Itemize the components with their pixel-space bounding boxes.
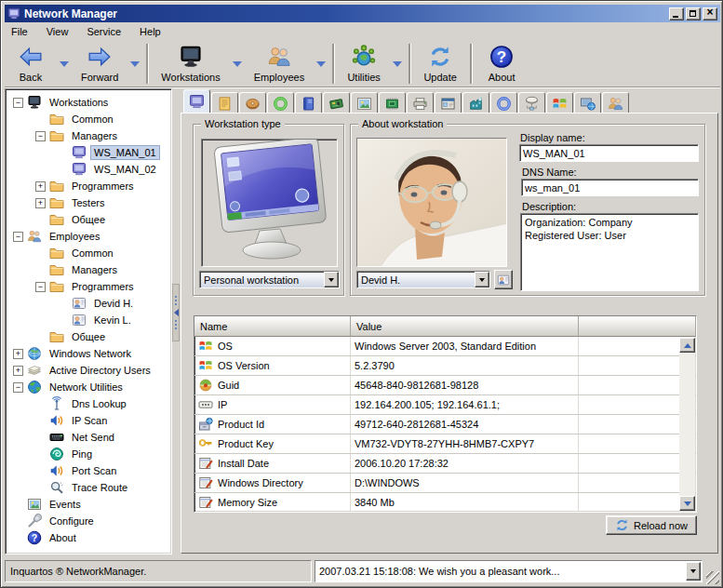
tree-item-workstations[interactable]: −Workstations <box>6 94 171 111</box>
tree-item-devid-h-[interactable]: Devid H. <box>6 295 171 312</box>
tab-ring-blue[interactable] <box>490 92 517 114</box>
collapse-box-icon[interactable]: − <box>13 98 23 108</box>
employee-combo-arrow[interactable] <box>475 272 489 287</box>
employee-combo[interactable]: Devid H. <box>356 271 490 288</box>
tree-item-net-send[interactable]: Net Send <box>6 429 171 446</box>
table-row-install-date[interactable]: Install Date2006.10.20 17:28:32 <box>194 454 696 474</box>
tab-workstation[interactable] <box>183 89 210 114</box>
tree-item-kevin-l-[interactable]: Kevin L. <box>6 312 171 328</box>
table-header-extra[interactable] <box>579 316 696 337</box>
toolbar-back-dropdown[interactable] <box>57 41 72 87</box>
tree-item-dns-lookup[interactable]: Dns Lookup <box>6 395 171 412</box>
table-row-os[interactable]: OSWindows Server 2003, Standard Edition <box>194 337 696 356</box>
table-row-product-key[interactable]: Product KeyVM732-VDYT8-27YHH-8HMB7-CXPY7 <box>194 434 696 454</box>
toolbar-workstations-button[interactable]: Workstations <box>152 41 229 87</box>
tree-item-ping[interactable]: Ping <box>6 446 171 462</box>
dns-name-input[interactable] <box>521 179 699 196</box>
toolbar-forward-dropdown[interactable] <box>127 41 142 87</box>
maximize-button[interactable] <box>686 7 701 20</box>
collapse-box-icon[interactable]: − <box>35 282 46 292</box>
toolbar-utilities-dropdown[interactable] <box>390 41 405 87</box>
tab-ring-green[interactable] <box>267 92 294 114</box>
display-name-input[interactable] <box>519 144 699 162</box>
tree-item-ip-scan[interactable]: IP Scan <box>6 412 171 429</box>
tab-people[interactable] <box>602 92 629 114</box>
toolbar-forward-button[interactable]: Forward <box>72 41 127 87</box>
table-header-value[interactable]: Value <box>351 316 579 337</box>
tree-item-employees[interactable]: −Employees <box>6 228 171 245</box>
tab-bluebook[interactable] <box>295 92 322 114</box>
table-row-os-version[interactable]: OS Version5.2.3790 <box>194 356 696 376</box>
workstation-type-combo-arrow[interactable] <box>324 272 339 287</box>
tab-disk[interactable] <box>239 92 266 114</box>
tree-item-общее[interactable]: Общее <box>6 211 171 228</box>
status-message-combo[interactable]: 2007.03.21 15:18:08: We wish you a pleas… <box>315 560 703 582</box>
expand-box-icon[interactable]: + <box>13 366 23 376</box>
menu-view[interactable]: View <box>37 24 78 39</box>
tree-item-managers[interactable]: −Managers <box>6 127 171 144</box>
collapse-box-icon[interactable]: − <box>13 382 23 393</box>
tree-item-network-utilities[interactable]: −Network Utilities <box>6 379 171 395</box>
tree-item-active-directory-users[interactable]: +Active Directory Users <box>6 362 171 379</box>
toolbar-employees-button[interactable]: Employees <box>245 41 314 87</box>
workstation-type-combo[interactable]: Personal workstation <box>199 271 340 288</box>
tree-item-ws-man-02[interactable]: WS_MAN_02 <box>6 161 171 178</box>
close-button[interactable] <box>703 7 717 20</box>
table-row-product-id[interactable]: Product Id49712-640-2812681-45324 <box>194 415 696 434</box>
tree-item-common[interactable]: Common <box>6 245 171 261</box>
employee-details-button[interactable] <box>494 270 513 289</box>
toolbar-employees-dropdown[interactable] <box>314 41 328 87</box>
tree-item-programmers[interactable]: −Programmers <box>6 278 171 295</box>
tree-item-programmers[interactable]: +Programmers <box>6 178 171 194</box>
menu-service[interactable]: Service <box>77 24 130 39</box>
tree-item-port-scan[interactable]: Port Scan <box>6 462 171 479</box>
menu-help[interactable]: Help <box>130 24 170 39</box>
splitter-collapse-handle[interactable] <box>172 284 180 341</box>
collapse-box-icon[interactable]: − <box>13 232 23 242</box>
tree-item-ws-man-01[interactable]: WS_MAN_01 <box>6 144 171 161</box>
tree-item-trace-route[interactable]: Trace Route <box>6 479 171 496</box>
expand-box-icon[interactable]: + <box>13 349 23 359</box>
tab-appwin[interactable] <box>435 92 462 114</box>
toolbar-about-button[interactable]: ?About <box>475 41 528 87</box>
reload-now-button[interactable]: Reload now <box>606 515 697 535</box>
table-row-memory-size[interactable]: Memory Size3840 Mb <box>194 493 696 513</box>
tab-share[interactable] <box>518 92 545 114</box>
tree-item-configure[interactable]: Configure <box>6 513 171 529</box>
tree-item-events[interactable]: Events <box>6 496 171 513</box>
tree-item-общее[interactable]: Общее <box>6 328 171 345</box>
expand-box-icon[interactable]: + <box>35 198 46 208</box>
status-message-dropdown[interactable] <box>686 562 701 581</box>
tab-building[interactable] <box>462 92 489 114</box>
minimize-button[interactable] <box>669 7 684 20</box>
scroll-down-button[interactable] <box>679 496 695 511</box>
tree-item-windows-network[interactable]: +Windows Network <box>6 345 171 362</box>
tree-item-managers[interactable]: Managers <box>6 261 171 278</box>
scroll-up-button[interactable] <box>679 338 695 353</box>
expand-box-icon[interactable]: + <box>35 181 46 192</box>
table-header-name[interactable]: Name <box>194 316 351 337</box>
tree-item-testers[interactable]: +Testers <box>6 194 171 211</box>
collapse-box-icon[interactable]: − <box>35 131 46 141</box>
toolbar-update-button[interactable]: Update <box>414 41 466 87</box>
tab-note[interactable] <box>211 92 238 114</box>
panel-splitter[interactable] <box>172 88 180 555</box>
description-textarea[interactable]: Organization: Company Registered User: U… <box>520 213 699 291</box>
tree-item-common[interactable]: Common <box>6 111 171 127</box>
resize-grip[interactable] <box>706 571 719 584</box>
table-row-windows-directory[interactable]: Windows DirectoryD:\WINDOWS <box>194 474 696 493</box>
tab-chip[interactable] <box>379 92 406 114</box>
tab-picture[interactable] <box>351 92 378 114</box>
toolbar-utilities-button[interactable]: Utilities <box>338 41 390 87</box>
menu-file[interactable]: File <box>5 24 37 39</box>
tab-windows[interactable] <box>546 92 573 114</box>
table-scrollbar[interactable] <box>679 338 695 511</box>
tab-board[interactable] <box>323 92 350 114</box>
tab-printer[interactable] <box>407 92 434 114</box>
table-row-ip[interactable]: IP192.164.200.105; 192.164.61.1; <box>194 395 696 415</box>
table-row-guid[interactable]: Guid45648-840-9812681-98128 <box>194 376 696 395</box>
tab-remote[interactable] <box>574 92 601 114</box>
toolbar-workstations-dropdown[interactable] <box>230 41 245 87</box>
toolbar-back-button[interactable]: Back <box>5 41 57 87</box>
tree-item-about[interactable]: ?About <box>6 529 171 546</box>
